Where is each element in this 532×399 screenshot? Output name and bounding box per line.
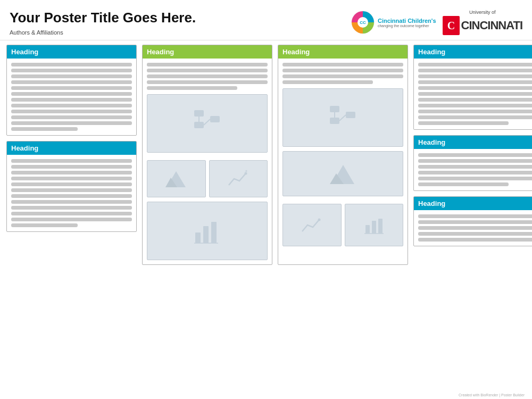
column-4: Heading Heading <box>413 45 532 265</box>
col4-panel2-textlines <box>418 153 532 186</box>
col2-img-barchart <box>147 202 268 260</box>
col1-panel1-textlines <box>11 63 132 131</box>
text-line <box>418 80 532 84</box>
text-line <box>11 206 132 210</box>
footer-watermark: Created with BioRender | Poster Builder <box>459 393 525 397</box>
col4-panel2-heading: Heading <box>414 136 532 149</box>
text-line <box>418 98 532 102</box>
text-line <box>418 63 532 66</box>
svg-line-9 <box>204 119 210 125</box>
text-line <box>11 159 132 163</box>
col3-text-lines <box>282 63 403 84</box>
text-line <box>147 86 237 90</box>
svg-text:✦: ✦ <box>245 169 248 173</box>
trend-chart-icon: ✦ <box>228 169 249 188</box>
text-line <box>282 80 373 84</box>
col1-panel1: Heading <box>6 45 137 136</box>
column-2: Heading <box>142 45 272 265</box>
col4-panel2: Heading <box>413 135 532 191</box>
svg-rect-7 <box>210 116 220 122</box>
text-line <box>418 214 532 218</box>
svg-point-25 <box>318 219 321 221</box>
svg-rect-16 <box>211 222 217 243</box>
authors-affiliations: Authors & Affiliations <box>10 29 351 36</box>
col4-panel3: Heading <box>413 196 532 246</box>
col3-img-trend <box>282 204 342 246</box>
text-line <box>418 74 532 78</box>
col4-panel1-body <box>414 59 532 129</box>
col3-img-flowchart <box>282 88 403 147</box>
text-line <box>11 194 132 198</box>
col2-img-mountain <box>147 160 206 197</box>
text-line <box>147 80 268 84</box>
text-line <box>418 104 532 107</box>
col4-panel1-heading: Heading <box>414 45 532 59</box>
text-line <box>11 218 132 221</box>
svg-rect-5 <box>194 110 204 117</box>
column-3: Heading <box>278 45 408 265</box>
col4-panel1: Heading <box>413 45 532 130</box>
mountain2-icon <box>330 163 356 185</box>
col4-panel3-heading: Heading <box>414 197 532 210</box>
text-line <box>11 110 132 113</box>
text-line <box>418 232 532 236</box>
text-line <box>418 153 532 157</box>
text-line <box>282 69 403 72</box>
col4-panel3-body <box>414 210 532 246</box>
col2-panel1-heading: Heading <box>143 45 272 59</box>
col3-img-barchart <box>345 204 404 246</box>
col3-sub-img-grid <box>282 204 403 246</box>
col2-text-lines <box>147 63 268 90</box>
mountain-icon <box>165 169 187 188</box>
page-header: Your Poster Title Goes Here. Authors & A… <box>0 0 532 40</box>
col3-img-mountain <box>282 151 403 196</box>
cc-logo: CC Cincinnati Children's changing the ou… <box>351 11 436 34</box>
text-line <box>147 69 268 72</box>
col3-panel1-heading: Heading <box>278 45 408 59</box>
svg-rect-26 <box>365 225 370 234</box>
svg-rect-6 <box>194 122 204 128</box>
col2-panel1: Heading <box>142 45 272 265</box>
text-line <box>418 171 532 174</box>
col2-img-flowchart <box>147 94 268 153</box>
text-line <box>11 63 132 66</box>
flowchart2-icon <box>327 103 359 132</box>
poster-title: Your Poster Title Goes Here. <box>10 10 351 26</box>
col2-sub-img-grid: ✦ <box>147 160 268 197</box>
text-line <box>11 121 132 125</box>
text-line <box>11 74 132 78</box>
text-line <box>418 69 532 72</box>
text-line <box>11 86 132 90</box>
svg-rect-15 <box>203 226 209 243</box>
main-grid: Heading Heading <box>0 45 532 269</box>
text-line <box>418 86 532 90</box>
svg-rect-19 <box>330 118 339 124</box>
svg-rect-20 <box>346 112 355 118</box>
text-line <box>418 110 532 113</box>
text-line <box>11 165 132 169</box>
uc-label: University of <box>469 10 496 15</box>
svg-text:C: C <box>447 20 454 31</box>
text-line <box>147 63 268 66</box>
cc-logo-text: Cincinnati Children's changing the outco… <box>378 18 436 28</box>
text-line <box>147 74 268 78</box>
text-line <box>418 220 532 224</box>
bar-chart-icon <box>193 217 222 246</box>
text-line <box>11 223 78 227</box>
uc-name: CINCINNATI <box>461 19 522 32</box>
col1-panel2-textlines <box>11 159 132 227</box>
svg-line-22 <box>339 115 346 121</box>
text-line <box>11 92 132 96</box>
text-line <box>418 238 532 242</box>
text-line <box>11 80 132 84</box>
text-line <box>418 159 532 163</box>
col1-panel2-heading: Heading <box>7 142 136 155</box>
col1-panel1-body <box>7 59 136 135</box>
text-line <box>418 177 532 180</box>
text-line <box>11 69 132 72</box>
uc-logo: University of C CINCINNATI <box>443 10 522 35</box>
text-line <box>11 104 132 107</box>
col1-panel1-heading: Heading <box>7 45 136 59</box>
svg-rect-27 <box>372 221 376 234</box>
text-line <box>418 121 509 125</box>
